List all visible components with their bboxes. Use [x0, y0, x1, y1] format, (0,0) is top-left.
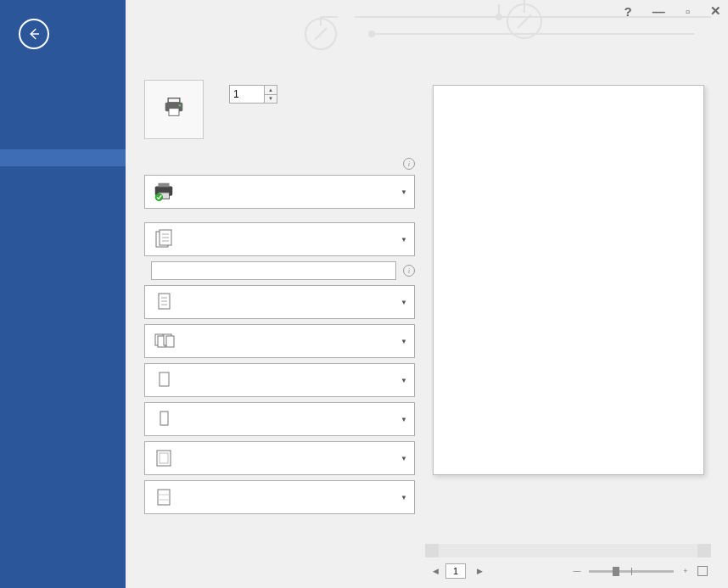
- pages-all-icon: [152, 228, 176, 250]
- sidebar-item-new[interactable]: [0, 81, 126, 98]
- pages-per-sheet-dropdown[interactable]: ▼: [144, 480, 415, 514]
- print-button[interactable]: [144, 80, 204, 139]
- margins-dropdown[interactable]: ▼: [144, 441, 415, 475]
- duplex-dropdown[interactable]: ▼: [144, 285, 415, 319]
- back-button[interactable]: [19, 19, 49, 49]
- collate-icon: [152, 330, 176, 352]
- titlebar: ? — ▫ ✕: [126, 0, 728, 25]
- svg-rect-26: [160, 412, 168, 425]
- chevron-down-icon: ▼: [399, 299, 409, 306]
- window-controls: ? — ▫ ✕: [624, 3, 722, 19]
- pages-input[interactable]: [151, 261, 396, 280]
- info-icon[interactable]: i: [403, 265, 415, 277]
- portrait-icon: [152, 369, 176, 391]
- svg-point-2: [369, 31, 374, 36]
- close-button[interactable]: ✕: [710, 3, 721, 19]
- zoom-out-button[interactable]: —: [570, 564, 584, 578]
- chevron-down-icon: ▼: [399, 377, 409, 384]
- preview-pane: ◀ ▶ — +: [418, 25, 728, 588]
- chevron-down-icon: ▼: [399, 236, 409, 244]
- chevron-down-icon: ▼: [399, 338, 409, 345]
- printer-dropdown[interactable]: ▼: [144, 175, 415, 209]
- sidebar-item-info[interactable]: [0, 64, 126, 81]
- orientation-dropdown[interactable]: ▼: [144, 363, 415, 397]
- prev-page-button[interactable]: ◀: [428, 564, 442, 578]
- sidebar-item-open[interactable]: [0, 98, 126, 115]
- margins-icon: [152, 447, 176, 469]
- svg-rect-25: [160, 372, 169, 386]
- main-pane: ? — ▫ ✕: [126, 0, 728, 588]
- collate-dropdown[interactable]: ▼: [144, 324, 415, 358]
- sidebar-item-export[interactable]: [0, 183, 126, 200]
- copies-spinner[interactable]: ▲ ▼: [229, 85, 277, 104]
- zoom-in-button[interactable]: +: [679, 564, 692, 578]
- printer-icon: [162, 97, 186, 117]
- chevron-down-icon: ▼: [399, 455, 409, 462]
- minimize-button[interactable]: —: [652, 4, 665, 19]
- chevron-down-icon: ▼: [399, 494, 409, 501]
- maximize-button[interactable]: ▫: [686, 4, 690, 19]
- spinner-up-icon[interactable]: ▲: [265, 86, 277, 95]
- chevron-down-icon: ▼: [399, 188, 409, 196]
- zoom-slider[interactable]: [589, 570, 674, 573]
- print-settings-pane: ▲ ▼ i: [126, 25, 418, 588]
- help-button[interactable]: ?: [624, 4, 632, 19]
- sidebar-item-close[interactable]: [0, 200, 126, 217]
- fit-to-window-button[interactable]: [697, 566, 708, 576]
- spinner-down-icon[interactable]: ▼: [265, 95, 277, 104]
- sidebar-item-options[interactable]: [0, 265, 126, 282]
- horizontal-scrollbar[interactable]: [425, 544, 711, 557]
- page-single-icon: [152, 291, 176, 313]
- svg-rect-4: [168, 98, 180, 103]
- svg-point-11: [155, 193, 163, 201]
- sidebar-item-save[interactable]: [0, 115, 126, 132]
- sidebar-item-print[interactable]: [0, 149, 126, 166]
- svg-point-7: [179, 104, 182, 107]
- svg-rect-29: [158, 490, 170, 505]
- copies-input[interactable]: [230, 86, 264, 103]
- page-preview: [433, 85, 704, 475]
- svg-rect-6: [169, 109, 179, 116]
- print-range-dropdown[interactable]: ▼: [144, 222, 415, 256]
- settings-scroll[interactable]: i: [144, 154, 418, 588]
- preview-canvas: [425, 85, 711, 539]
- arrow-left-icon: [26, 26, 42, 42]
- one-per-sheet-icon: [152, 486, 176, 508]
- next-page-button[interactable]: ▶: [473, 564, 486, 578]
- paper-size-dropdown[interactable]: ▼: [144, 402, 415, 436]
- sidebar-item-saveas[interactable]: [0, 132, 126, 149]
- status-bar: ◀ ▶ — +: [425, 561, 711, 581]
- sidebar-item-share[interactable]: [0, 166, 126, 183]
- printer-device-icon: [152, 181, 176, 203]
- info-icon[interactable]: i: [403, 158, 415, 170]
- svg-rect-24: [166, 336, 174, 347]
- svg-rect-9: [158, 183, 169, 188]
- backstage-sidebar: [0, 0, 126, 588]
- current-page-input[interactable]: [445, 563, 466, 579]
- paper-icon: [152, 408, 176, 430]
- chevron-down-icon: ▼: [399, 416, 409, 423]
- app-root: ? — ▫ ✕: [0, 0, 728, 588]
- sidebar-item-account[interactable]: [0, 248, 126, 265]
